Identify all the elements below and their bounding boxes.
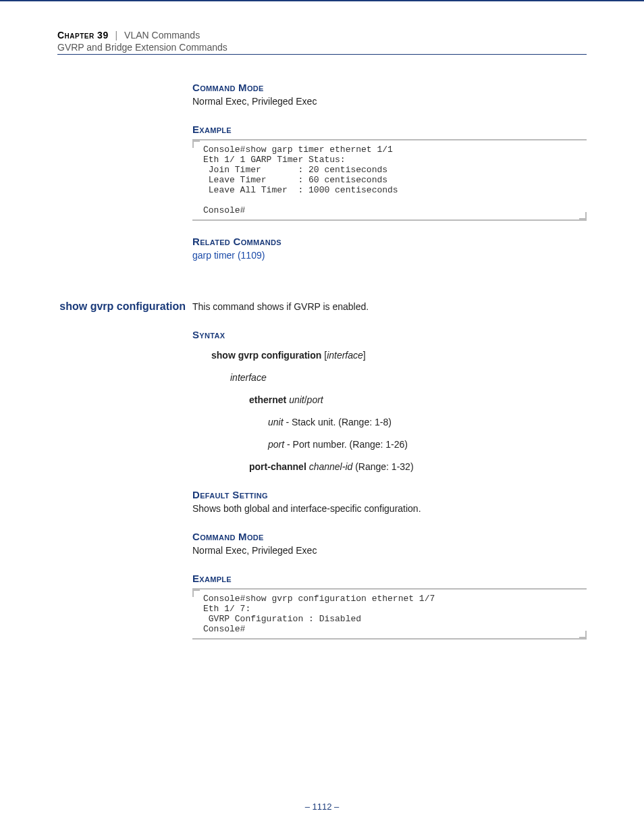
syntax-line: show gvrp configuration [interface] bbox=[211, 348, 587, 363]
chapter-label: Chapter 39 bbox=[57, 30, 109, 41]
syntax-param-portchannel: port-channel channel-id (Range: 1-32) bbox=[249, 460, 587, 474]
command-mode-text: Normal Exec, Privileged Exec bbox=[192, 95, 587, 109]
syntax-param-unit: unit - Stack unit. (Range: 1-8) bbox=[268, 415, 587, 429]
chapter-separator: | bbox=[115, 30, 118, 41]
command-mode-text: Normal Exec, Privileged Exec bbox=[192, 544, 587, 558]
default-setting-text: Shows both global and interface-specific… bbox=[192, 502, 587, 516]
example-code-block: Console#show gvrp configuration ethernet… bbox=[192, 588, 587, 640]
page-number: – 1112 – bbox=[57, 802, 587, 812]
example-code-block: Console#show garp timer ethernet 1/1 Eth… bbox=[192, 139, 587, 221]
command-intro: This command shows if GVRP is enabled. bbox=[192, 300, 587, 314]
command-mode-heading: Command Mode bbox=[192, 531, 587, 542]
related-commands-heading: Related Commands bbox=[192, 236, 587, 247]
command-mode-heading: Command Mode bbox=[192, 82, 587, 93]
example-heading: Example bbox=[192, 124, 587, 135]
page-header: Chapter 39 | VLAN Commands bbox=[57, 30, 587, 41]
syntax-param-port: port - Port number. (Range: 1-26) bbox=[268, 438, 587, 452]
syntax-heading: Syntax bbox=[192, 329, 587, 340]
related-command-link[interactable]: garp timer (1109) bbox=[192, 250, 265, 261]
command-name-sidebar: show gvrp configuration bbox=[57, 300, 186, 313]
syntax-param-ethernet: ethernet unit/port bbox=[249, 393, 587, 407]
page-subheader: GVRP and Bridge Extension Commands bbox=[57, 42, 587, 53]
default-setting-heading: Default Setting bbox=[192, 489, 587, 500]
example-heading: Example bbox=[192, 573, 587, 584]
syntax-param-interface: interface bbox=[230, 371, 587, 385]
chapter-topic: VLAN Commands bbox=[124, 30, 200, 41]
